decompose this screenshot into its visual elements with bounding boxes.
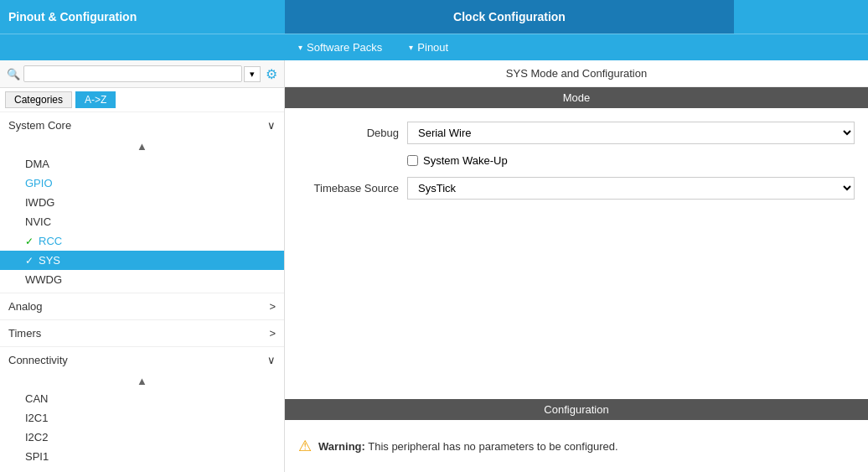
scroll-up-arrow-2[interactable]: ▲ bbox=[0, 373, 284, 389]
section-analog: Analog > bbox=[0, 293, 284, 320]
mode-section-header: Mode bbox=[285, 87, 868, 108]
top-bar-center-title: Clock Configuration bbox=[285, 0, 734, 34]
timebase-label: Timebase Source bbox=[298, 182, 407, 195]
system-wake-up-label: System Wake-Up bbox=[423, 154, 508, 167]
gear-icon[interactable]: ⚙ bbox=[266, 66, 277, 82]
warning-box: ⚠ Warning: This peripheral has no parame… bbox=[298, 437, 855, 455]
panel-title: SYS Mode and Configuration bbox=[285, 60, 868, 87]
sidebar-item-wwdg[interactable]: WWDG bbox=[0, 270, 284, 289]
sidebar-item-can[interactable]: CAN bbox=[0, 389, 284, 408]
system-core-items: DMA GPIO IWDG NVIC ✓ RCC ✓ SYS WWDG bbox=[0, 154, 284, 293]
check-icon: ✓ bbox=[25, 255, 34, 267]
scroll-up-arrow[interactable]: ▲ bbox=[0, 138, 284, 154]
right-panel: SYS Mode and Configuration Mode Debug Se… bbox=[285, 60, 868, 472]
config-content: ⚠ Warning: This peripheral has no parame… bbox=[285, 420, 868, 472]
sidebar-search: 🔍 ▾ ⚙ bbox=[0, 60, 284, 88]
section-header-connectivity[interactable]: Connectivity ∨ bbox=[0, 347, 284, 373]
sidebar-item-gpio[interactable]: GPIO bbox=[0, 174, 284, 193]
mode-section: Mode Debug Serial Wire JTAG (5 pins) JTA… bbox=[285, 87, 868, 399]
chevron-down-icon: ∨ bbox=[267, 119, 276, 132]
connectivity-items: CAN I2C1 I2C2 SPI1 SPI2 ✓ USART1 bbox=[0, 389, 284, 472]
tab-az[interactable]: A->Z bbox=[75, 91, 116, 108]
sidebar-item-dma[interactable]: DMA bbox=[0, 154, 284, 174]
sidebar-item-iwdg[interactable]: IWDG bbox=[0, 193, 284, 212]
nav-software-packs[interactable]: ▾ Software Packs bbox=[285, 34, 395, 60]
section-timers: Timers > bbox=[0, 320, 284, 347]
app-container: Pinout & Configuration Clock Configurati… bbox=[0, 0, 868, 472]
top-bar-left-title: Pinout & Configuration bbox=[0, 10, 285, 23]
check-icon: ✓ bbox=[25, 236, 34, 247]
search-icon: 🔍 bbox=[7, 68, 20, 80]
system-wake-up-row: System Wake-Up bbox=[298, 154, 855, 167]
top-bar-right bbox=[734, 0, 868, 34]
system-wake-up-checkbox[interactable] bbox=[407, 155, 418, 166]
nav-pinout[interactable]: ▾ Pinout bbox=[395, 34, 462, 60]
top-bar: Pinout & Configuration Clock Configurati… bbox=[0, 0, 868, 34]
search-dropdown-button[interactable]: ▾ bbox=[244, 66, 261, 82]
sidebar-item-spi1[interactable]: SPI1 bbox=[0, 447, 284, 466]
section-system-core: System Core ∨ ▲ DMA GPIO IWDG NVIC ✓ RCC bbox=[0, 112, 284, 293]
timebase-select[interactable]: SysTick TIM1 TIM2 bbox=[407, 177, 855, 200]
sidebar: 🔍 ▾ ⚙ Categories A->Z System Core ∨ ▲ bbox=[0, 60, 285, 472]
section-header-timers[interactable]: Timers > bbox=[0, 320, 284, 346]
section-header-analog[interactable]: Analog > bbox=[0, 293, 284, 319]
debug-row: Debug Serial Wire JTAG (5 pins) JTAG (4 … bbox=[298, 122, 855, 144]
debug-label: Debug bbox=[298, 127, 407, 139]
debug-select[interactable]: Serial Wire JTAG (5 pins) JTAG (4 pins) … bbox=[407, 122, 855, 144]
filter-tabs: Categories A->Z bbox=[0, 88, 284, 112]
chevron-down-icon: ▾ bbox=[409, 43, 413, 52]
warning-message: Warning: This peripheral has no paramete… bbox=[318, 440, 618, 453]
mode-content: Debug Serial Wire JTAG (5 pins) JTAG (4 … bbox=[285, 108, 868, 223]
sidebar-item-i2c2[interactable]: I2C2 bbox=[0, 428, 284, 447]
chevron-down-icon: ∨ bbox=[267, 354, 276, 366]
main-content: 🔍 ▾ ⚙ Categories A->Z System Core ∨ ▲ bbox=[0, 60, 868, 472]
timebase-row: Timebase Source SysTick TIM1 TIM2 bbox=[298, 177, 855, 200]
sidebar-item-nvic[interactable]: NVIC bbox=[0, 212, 284, 231]
chevron-down-icon: ▾ bbox=[298, 43, 302, 52]
top-nav: ▾ Software Packs ▾ Pinout bbox=[0, 34, 868, 60]
section-connectivity: Connectivity ∨ ▲ CAN I2C1 I2C2 SPI1 SPI2… bbox=[0, 347, 284, 472]
sidebar-item-rcc[interactable]: ✓ RCC bbox=[0, 231, 284, 251]
chevron-right-icon: > bbox=[269, 300, 276, 313]
sidebar-item-spi2[interactable]: SPI2 bbox=[0, 466, 284, 472]
search-input[interactable] bbox=[23, 65, 242, 82]
sidebar-item-sys[interactable]: ✓ SYS bbox=[0, 251, 284, 270]
chevron-right-icon: > bbox=[269, 327, 276, 340]
section-header-system-core[interactable]: System Core ∨ bbox=[0, 112, 284, 138]
sidebar-scroll[interactable]: System Core ∨ ▲ DMA GPIO IWDG NVIC ✓ RCC bbox=[0, 112, 284, 472]
tab-categories[interactable]: Categories bbox=[5, 91, 72, 108]
warning-icon: ⚠ bbox=[298, 437, 312, 455]
config-section-header: Configuration bbox=[285, 399, 868, 420]
config-section: Configuration ⚠ Warning: This peripheral… bbox=[285, 399, 868, 472]
sidebar-item-i2c1[interactable]: I2C1 bbox=[0, 408, 284, 428]
